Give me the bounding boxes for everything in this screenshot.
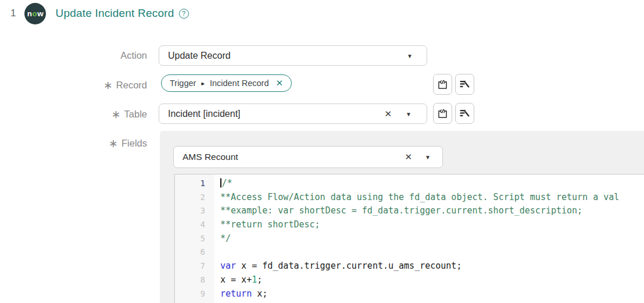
clear-table-icon[interactable]: ✕ xyxy=(384,108,392,119)
code-text: */ xyxy=(214,232,231,246)
data-pill-picker-icon xyxy=(459,108,471,120)
logo-letter: n xyxy=(27,9,33,18)
code-text xyxy=(214,245,220,259)
action-title: Update Incident Record xyxy=(55,7,174,20)
pill-scope: Trigger xyxy=(170,79,196,88)
text-cursor xyxy=(220,179,221,188)
code-text: **return shortDesc; xyxy=(214,218,320,232)
code-text: return x; xyxy=(214,287,267,301)
code-line[interactable]: 9return x; xyxy=(175,287,644,301)
flow-action-config-panel: 1 now Update Incident Record ? Action ∗R… xyxy=(0,0,644,303)
table-data-pill-picker-button[interactable] xyxy=(455,103,474,124)
help-icon[interactable]: ? xyxy=(179,9,189,19)
line-number: 7 xyxy=(175,259,214,273)
code-line[interactable]: 5*/ xyxy=(175,232,644,246)
servicenow-logo-icon: now xyxy=(24,3,46,24)
code-line[interactable]: 4**return shortDesc; xyxy=(175,218,644,232)
record-script-toggle-button[interactable] xyxy=(433,74,452,95)
action-select-value: Update Record xyxy=(159,51,231,61)
code-line[interactable]: 3**example: var shortDesc = fd_data.trig… xyxy=(175,204,644,218)
record-data-pill-picker-button[interactable] xyxy=(455,74,474,95)
action-select[interactable]: Update Record ▼ xyxy=(159,45,427,66)
remove-pill-icon[interactable]: ✕ xyxy=(276,78,283,88)
code-line[interactable]: 6 xyxy=(175,245,644,259)
table-input-value: Incident [incident] xyxy=(159,109,241,119)
table-script-toggle-button[interactable] xyxy=(433,103,452,124)
chevron-down-icon: ▼ xyxy=(407,52,413,59)
code-line[interactable]: 8x = x+1; xyxy=(175,273,644,287)
chevron-down-icon[interactable]: ▼ xyxy=(406,110,412,117)
line-number: 9 xyxy=(175,287,214,301)
table-input[interactable]: Incident [incident] ✕ ▼ xyxy=(159,104,427,124)
logo-letter-o: o xyxy=(32,9,37,18)
code-text: **Access Flow/Action data using the fd_d… xyxy=(214,191,619,205)
line-number: 3 xyxy=(175,204,214,218)
table-label: ∗Table xyxy=(0,108,147,121)
code-text: /* xyxy=(214,177,232,191)
clear-field-icon[interactable]: ✕ xyxy=(405,152,412,162)
code-line[interactable]: 7var x = fd_data.trigger.current.u_ams_r… xyxy=(175,259,644,273)
script-toggle-icon xyxy=(437,108,449,120)
chevron-down-icon[interactable]: ▼ xyxy=(425,154,431,161)
action-header: 1 now Update Incident Record ? xyxy=(10,2,189,24)
line-number: 6 xyxy=(175,245,214,259)
line-number: 4 xyxy=(175,218,214,232)
line-number: 2 xyxy=(175,191,214,205)
code-editor-lines: 1/*2**Access Flow/Action data using the … xyxy=(175,177,644,301)
required-asterisk-icon: ∗ xyxy=(112,108,121,120)
code-text: var x = fd_data.trigger.current.u_ams_re… xyxy=(214,259,461,273)
line-number: 5 xyxy=(175,232,214,246)
step-number: 1 xyxy=(10,8,16,19)
code-text: **example: var shortDesc = fd_data.trigg… xyxy=(214,204,582,218)
required-asterisk-icon: ∗ xyxy=(103,79,113,91)
record-data-pill[interactable]: Trigger ▸ Incident Record ✕ xyxy=(161,74,292,92)
logo-letter: w xyxy=(37,9,44,18)
code-text: x = x+1; xyxy=(214,273,262,287)
pill-field: Incident Record xyxy=(210,79,269,88)
field-select-value: AMS Recount xyxy=(174,152,238,162)
line-number: 1 xyxy=(175,177,214,191)
line-number: 8 xyxy=(175,273,214,287)
code-line[interactable]: 1/* xyxy=(175,177,644,191)
record-label: ∗Record xyxy=(0,79,147,92)
fields-label: ∗Fields xyxy=(0,137,147,150)
action-label: Action xyxy=(0,50,147,61)
field-select[interactable]: AMS Recount ✕ ▼ xyxy=(173,146,443,168)
code-line[interactable]: 2**Access Flow/Action data using the fd_… xyxy=(175,191,644,205)
script-toggle-icon xyxy=(437,79,449,91)
pill-separator-icon: ▸ xyxy=(201,80,205,87)
required-asterisk-icon: ∗ xyxy=(109,137,118,149)
script-editor[interactable]: 1/*2**Access Flow/Action data using the … xyxy=(174,174,644,303)
data-pill-picker-icon xyxy=(459,79,471,91)
